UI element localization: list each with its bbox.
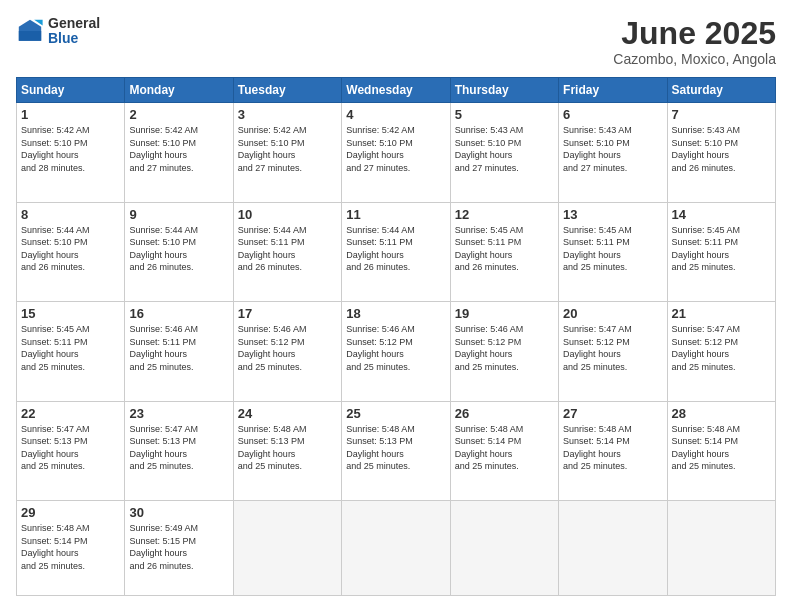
day-number: 25 xyxy=(346,406,445,421)
calendar-header-row: Sunday Monday Tuesday Wednesday Thursday… xyxy=(17,78,776,103)
day-number: 3 xyxy=(238,107,337,122)
day-info: Sunrise: 5:48 AM Sunset: 5:14 PM Dayligh… xyxy=(672,423,771,473)
day-number: 26 xyxy=(455,406,554,421)
day-number: 11 xyxy=(346,207,445,222)
logo: General Blue xyxy=(16,16,100,47)
header: General Blue June 2025 Cazombo, Moxico, … xyxy=(16,16,776,67)
day-number: 9 xyxy=(129,207,228,222)
day-number: 28 xyxy=(672,406,771,421)
day-info: Sunrise: 5:48 AM Sunset: 5:13 PM Dayligh… xyxy=(238,423,337,473)
day-info: Sunrise: 5:45 AM Sunset: 5:11 PM Dayligh… xyxy=(563,224,662,274)
day-number: 18 xyxy=(346,306,445,321)
day-info: Sunrise: 5:42 AM Sunset: 5:10 PM Dayligh… xyxy=(238,124,337,174)
day-number: 20 xyxy=(563,306,662,321)
svg-rect-2 xyxy=(19,31,41,41)
day-number: 22 xyxy=(21,406,120,421)
table-row: 4 Sunrise: 5:42 AM Sunset: 5:10 PM Dayli… xyxy=(342,103,450,202)
logo-blue: Blue xyxy=(48,31,100,46)
day-info: Sunrise: 5:44 AM Sunset: 5:10 PM Dayligh… xyxy=(21,224,120,274)
day-number: 1 xyxy=(21,107,120,122)
day-number: 19 xyxy=(455,306,554,321)
day-number: 23 xyxy=(129,406,228,421)
day-info: Sunrise: 5:45 AM Sunset: 5:11 PM Dayligh… xyxy=(21,323,120,373)
col-wednesday: Wednesday xyxy=(342,78,450,103)
table-row: 16 Sunrise: 5:46 AM Sunset: 5:11 PM Dayl… xyxy=(125,302,233,401)
day-info: Sunrise: 5:42 AM Sunset: 5:10 PM Dayligh… xyxy=(21,124,120,174)
day-info: Sunrise: 5:45 AM Sunset: 5:11 PM Dayligh… xyxy=(672,224,771,274)
day-info: Sunrise: 5:43 AM Sunset: 5:10 PM Dayligh… xyxy=(563,124,662,174)
col-saturday: Saturday xyxy=(667,78,775,103)
day-number: 5 xyxy=(455,107,554,122)
day-number: 16 xyxy=(129,306,228,321)
table-row: 3 Sunrise: 5:42 AM Sunset: 5:10 PM Dayli… xyxy=(233,103,341,202)
day-number: 8 xyxy=(21,207,120,222)
col-tuesday: Tuesday xyxy=(233,78,341,103)
day-info: Sunrise: 5:49 AM Sunset: 5:15 PM Dayligh… xyxy=(129,522,228,572)
day-info: Sunrise: 5:45 AM Sunset: 5:11 PM Dayligh… xyxy=(455,224,554,274)
table-row: 6 Sunrise: 5:43 AM Sunset: 5:10 PM Dayli… xyxy=(559,103,667,202)
day-number: 15 xyxy=(21,306,120,321)
day-number: 29 xyxy=(21,505,120,520)
table-row: 28 Sunrise: 5:48 AM Sunset: 5:14 PM Dayl… xyxy=(667,401,775,500)
table-row: 12 Sunrise: 5:45 AM Sunset: 5:11 PM Dayl… xyxy=(450,202,558,301)
day-number: 13 xyxy=(563,207,662,222)
day-info: Sunrise: 5:47 AM Sunset: 5:13 PM Dayligh… xyxy=(129,423,228,473)
col-thursday: Thursday xyxy=(450,78,558,103)
table-row: 10 Sunrise: 5:44 AM Sunset: 5:11 PM Dayl… xyxy=(233,202,341,301)
day-number: 2 xyxy=(129,107,228,122)
table-row: 24 Sunrise: 5:48 AM Sunset: 5:13 PM Dayl… xyxy=(233,401,341,500)
day-number: 7 xyxy=(672,107,771,122)
day-info: Sunrise: 5:46 AM Sunset: 5:12 PM Dayligh… xyxy=(238,323,337,373)
table-row: 1 Sunrise: 5:42 AM Sunset: 5:10 PM Dayli… xyxy=(17,103,125,202)
day-info: Sunrise: 5:48 AM Sunset: 5:14 PM Dayligh… xyxy=(563,423,662,473)
day-info: Sunrise: 5:43 AM Sunset: 5:10 PM Dayligh… xyxy=(455,124,554,174)
month-title: June 2025 xyxy=(613,16,776,51)
table-row xyxy=(450,501,558,596)
table-row: 30 Sunrise: 5:49 AM Sunset: 5:15 PM Dayl… xyxy=(125,501,233,596)
table-row xyxy=(233,501,341,596)
logo-icon xyxy=(16,17,44,45)
day-number: 21 xyxy=(672,306,771,321)
table-row: 25 Sunrise: 5:48 AM Sunset: 5:13 PM Dayl… xyxy=(342,401,450,500)
day-info: Sunrise: 5:47 AM Sunset: 5:13 PM Dayligh… xyxy=(21,423,120,473)
day-info: Sunrise: 5:44 AM Sunset: 5:11 PM Dayligh… xyxy=(346,224,445,274)
logo-general: General xyxy=(48,16,100,31)
day-info: Sunrise: 5:42 AM Sunset: 5:10 PM Dayligh… xyxy=(129,124,228,174)
table-row: 29 Sunrise: 5:48 AM Sunset: 5:14 PM Dayl… xyxy=(17,501,125,596)
page: General Blue June 2025 Cazombo, Moxico, … xyxy=(0,0,792,612)
table-row: 18 Sunrise: 5:46 AM Sunset: 5:12 PM Dayl… xyxy=(342,302,450,401)
location-subtitle: Cazombo, Moxico, Angola xyxy=(613,51,776,67)
day-number: 4 xyxy=(346,107,445,122)
calendar-table: Sunday Monday Tuesday Wednesday Thursday… xyxy=(16,77,776,596)
day-info: Sunrise: 5:46 AM Sunset: 5:12 PM Dayligh… xyxy=(346,323,445,373)
table-row: 22 Sunrise: 5:47 AM Sunset: 5:13 PM Dayl… xyxy=(17,401,125,500)
day-info: Sunrise: 5:47 AM Sunset: 5:12 PM Dayligh… xyxy=(563,323,662,373)
day-info: Sunrise: 5:48 AM Sunset: 5:14 PM Dayligh… xyxy=(455,423,554,473)
table-row: 19 Sunrise: 5:46 AM Sunset: 5:12 PM Dayl… xyxy=(450,302,558,401)
day-info: Sunrise: 5:44 AM Sunset: 5:11 PM Dayligh… xyxy=(238,224,337,274)
table-row xyxy=(342,501,450,596)
day-number: 24 xyxy=(238,406,337,421)
day-number: 14 xyxy=(672,207,771,222)
day-number: 17 xyxy=(238,306,337,321)
day-number: 27 xyxy=(563,406,662,421)
table-row: 13 Sunrise: 5:45 AM Sunset: 5:11 PM Dayl… xyxy=(559,202,667,301)
day-number: 12 xyxy=(455,207,554,222)
table-row xyxy=(667,501,775,596)
col-sunday: Sunday xyxy=(17,78,125,103)
day-info: Sunrise: 5:48 AM Sunset: 5:13 PM Dayligh… xyxy=(346,423,445,473)
logo-text: General Blue xyxy=(48,16,100,47)
day-info: Sunrise: 5:47 AM Sunset: 5:12 PM Dayligh… xyxy=(672,323,771,373)
table-row: 8 Sunrise: 5:44 AM Sunset: 5:10 PM Dayli… xyxy=(17,202,125,301)
table-row: 26 Sunrise: 5:48 AM Sunset: 5:14 PM Dayl… xyxy=(450,401,558,500)
col-friday: Friday xyxy=(559,78,667,103)
day-number: 6 xyxy=(563,107,662,122)
table-row: 14 Sunrise: 5:45 AM Sunset: 5:11 PM Dayl… xyxy=(667,202,775,301)
table-row xyxy=(559,501,667,596)
title-block: June 2025 Cazombo, Moxico, Angola xyxy=(613,16,776,67)
day-info: Sunrise: 5:42 AM Sunset: 5:10 PM Dayligh… xyxy=(346,124,445,174)
day-info: Sunrise: 5:46 AM Sunset: 5:12 PM Dayligh… xyxy=(455,323,554,373)
table-row: 17 Sunrise: 5:46 AM Sunset: 5:12 PM Dayl… xyxy=(233,302,341,401)
table-row: 23 Sunrise: 5:47 AM Sunset: 5:13 PM Dayl… xyxy=(125,401,233,500)
table-row: 9 Sunrise: 5:44 AM Sunset: 5:10 PM Dayli… xyxy=(125,202,233,301)
